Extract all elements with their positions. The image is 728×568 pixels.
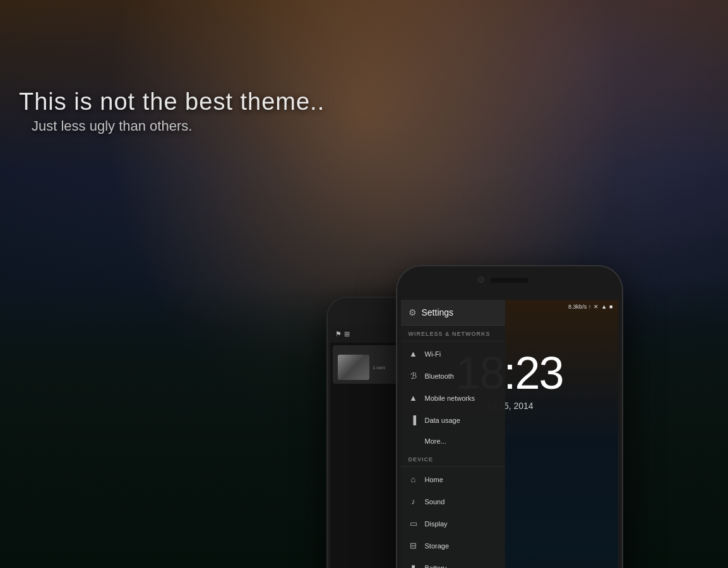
data-usage-icon: ▐ [409, 415, 419, 425]
phone-camera [478, 276, 484, 283]
settings-item-home[interactable]: ⌂ Home [401, 468, 505, 490]
settings-item-mobile-networks[interactable]: ▲ Mobile networks [401, 387, 505, 409]
settings-gear-icon: ⚙ [409, 307, 417, 317]
settings-item-sound[interactable]: ♪ Sound [401, 490, 505, 512]
sound-label: Sound [425, 498, 445, 506]
status-no-signal: ✕ [594, 304, 599, 310]
phone-main: 8.3kb/s ↑ ✕ ▲ ■ 18:23 Jul 15, 2014 ⚙ Set… [396, 265, 623, 568]
battery-icon: ▮ [409, 563, 419, 568]
wifi-label: Wi-Fi [425, 350, 441, 358]
home-icon: ⌂ [409, 475, 419, 484]
tagline-main: This is not the best theme.. [19, 88, 325, 115]
storage-icon: ⊟ [409, 541, 419, 550]
back-status-icons: ⚑ ⊞ [335, 330, 350, 338]
divider-1 [401, 341, 505, 341]
grid-icon: ⊞ [344, 330, 350, 338]
status-speed: 8.3kb/s ↑ [568, 304, 591, 310]
network-icon: ⚑ [335, 330, 342, 338]
home-label: Home [425, 476, 443, 483]
settings-item-storage[interactable]: ⊟ Storage [401, 535, 505, 557]
bluetooth-label: Bluetooth [425, 372, 454, 380]
divider-2 [401, 466, 505, 467]
storage-label: Storage [425, 542, 450, 550]
phone-speaker [491, 278, 528, 283]
display-label: Display [425, 520, 448, 528]
battery-label: Battery [425, 564, 447, 569]
settings-item-data-usage[interactable]: ▐ Data usage [401, 409, 505, 431]
back-notif-card-count: 1 card [373, 365, 385, 370]
settings-item-battery[interactable]: ▮ Battery [401, 557, 505, 568]
back-notif-image [338, 355, 369, 380]
more-label: More... [425, 437, 446, 445]
section-device-header: DEVICE [401, 451, 505, 465]
tagline-sub: Just less ugly than others. [19, 118, 325, 134]
data-usage-label: Data usage [425, 417, 460, 424]
settings-item-bluetooth[interactable]: ℬ Bluetooth [401, 365, 505, 387]
settings-title: Settings [422, 307, 454, 317]
tagline-container: This is not the best theme.. Just less u… [19, 88, 325, 134]
settings-item-display[interactable]: ▭ Display [401, 512, 505, 535]
back-notif-meta: 1 card [373, 365, 385, 370]
wifi-icon: ▲ [409, 349, 419, 358]
section-wireless-header: WIRELESS & NETWORKS [401, 326, 505, 340]
bluetooth-icon: ℬ [409, 371, 419, 381]
status-wifi: ▲ [601, 304, 607, 310]
display-icon: ▭ [409, 519, 419, 528]
settings-item-more[interactable]: More... [401, 431, 505, 451]
settings-panel: ⚙ Settings WIRELESS & NETWORKS ▲ Wi-Fi ℬ… [401, 300, 505, 568]
mobile-networks-label: Mobile networks [425, 394, 475, 402]
settings-header: ⚙ Settings [401, 300, 505, 326]
phone-screen-area: 8.3kb/s ↑ ✕ ▲ ■ 18:23 Jul 15, 2014 ⚙ Set… [401, 300, 618, 568]
mobile-networks-icon: ▲ [409, 393, 419, 403]
status-battery: ■ [609, 304, 612, 310]
settings-item-wifi[interactable]: ▲ Wi-Fi [401, 343, 505, 365]
sound-icon: ♪ [409, 497, 419, 506]
phone-wallpaper: 8.3kb/s ↑ ✕ ▲ ■ 18:23 Jul 15, 2014 ⚙ Set… [401, 300, 618, 568]
